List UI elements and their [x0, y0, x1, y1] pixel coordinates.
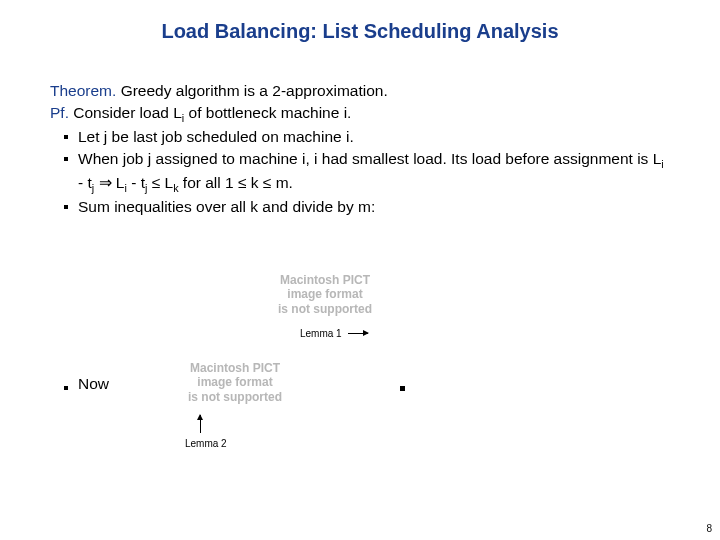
qed-dot-icon: [400, 386, 405, 391]
lemma-2-arrow-box: [200, 415, 201, 433]
bullet-icon: [64, 386, 68, 390]
slide-title: Load Balancing: List Scheduling Analysis: [0, 20, 720, 43]
lemma-2-label: Lemma 2: [185, 438, 227, 449]
slide: Load Balancing: List Scheduling Analysis…: [0, 0, 720, 540]
theorem-text: Greedy algorithm is a 2-approximation.: [121, 82, 388, 99]
bullet-2-text: When job j assigned to machine i, i had …: [78, 148, 670, 197]
slide-body: Theorem. Greedy algorithm is a 2-approxi…: [50, 80, 670, 218]
bullet-3-text: Sum inequalities over all k and divide b…: [78, 196, 670, 218]
bullet-1: Let j be last job scheduled on machine i…: [64, 126, 670, 148]
bullet-icon: [64, 135, 68, 139]
pict-placeholder-2: Macintosh PICT image format is not suppo…: [165, 361, 305, 404]
bullet-1-text: Let j be last job scheduled on machine i…: [78, 126, 670, 148]
bullet-3: Sum inequalities over all k and divide b…: [64, 196, 670, 218]
page-number: 8: [706, 523, 712, 534]
bullet-2: When job j assigned to machine i, i had …: [64, 148, 670, 197]
arrow-up-icon: [200, 415, 201, 433]
theorem-label: Theorem.: [50, 82, 116, 99]
pict-placeholder-1: Macintosh PICT image format is not suppo…: [255, 273, 395, 316]
proof-line: Pf. Consider load Li of bottleneck machi…: [50, 102, 670, 126]
pf-text-post: of bottleneck machine i.: [184, 104, 351, 121]
bullet-now: Now: [64, 375, 624, 393]
now-text: Now: [78, 375, 109, 393]
lemma-1-label: Lemma 1: [300, 328, 342, 339]
bullet-icon: [64, 157, 68, 161]
pf-label: Pf.: [50, 104, 69, 121]
bullet-icon: [64, 205, 68, 209]
arrow-right-icon: [348, 333, 368, 334]
lemma-1-callout: Lemma 1: [300, 328, 368, 339]
theorem-line: Theorem. Greedy algorithm is a 2-approxi…: [50, 80, 670, 102]
pf-text-pre: Consider load L: [73, 104, 182, 121]
